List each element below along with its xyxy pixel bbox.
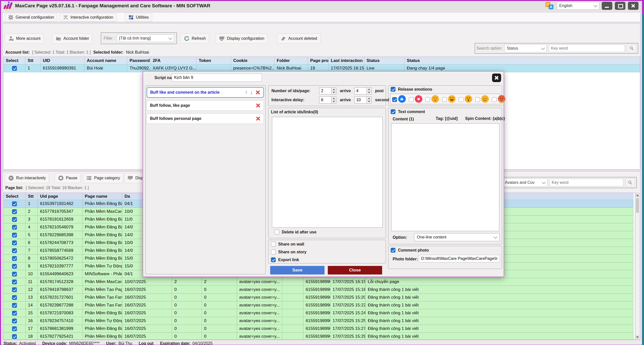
- row-checkbox[interactable]: [12, 217, 17, 222]
- maximize-button[interactable]: [615, 2, 625, 10]
- dialog-close-button[interactable]: [492, 74, 501, 82]
- save-button[interactable]: Save: [270, 266, 325, 274]
- reaction-haha-checkbox[interactable]: [442, 97, 447, 102]
- ids-from-spinner[interactable]: 2: [319, 87, 336, 94]
- text-comment-checkbox[interactable]: [391, 109, 395, 114]
- ids-to-spinner[interactable]: 4: [354, 87, 372, 94]
- column-header[interactable]: Folder: [274, 57, 308, 64]
- account-keyword-input[interactable]: [549, 45, 625, 52]
- reaction-like-checkbox[interactable]: [392, 97, 397, 102]
- share-option-checkbox[interactable]: [271, 257, 276, 262]
- delete-step-button[interactable]: [256, 103, 261, 108]
- page-table-row[interactable]: 1461578239677288Phần Mềm Tạo Fanpage ...…: [4, 301, 633, 309]
- column-header[interactable]: Page name: [83, 193, 122, 200]
- page-table-row[interactable]: 1561578721970083Phần Mềm Đăng Bài Pag...…: [4, 309, 633, 317]
- spin-down[interactable]: [367, 91, 371, 94]
- page-search-option-select[interactable]: Avatars and Cov: [503, 179, 547, 187]
- row-checkbox[interactable]: [12, 248, 17, 253]
- row-checkbox[interactable]: [12, 334, 17, 339]
- row-checkbox[interactable]: [12, 295, 17, 300]
- row-checkbox[interactable]: [12, 201, 17, 206]
- row-checkbox[interactable]: [12, 256, 17, 261]
- delay-from-spinner[interactable]: 6: [319, 96, 336, 104]
- row-checkbox[interactable]: [12, 287, 17, 292]
- row-checkbox[interactable]: [12, 326, 17, 331]
- close-window-button[interactable]: [628, 2, 638, 10]
- more-account-button[interactable]: More account: [5, 33, 44, 44]
- row-checkbox[interactable]: [12, 66, 17, 71]
- page-category-button[interactable]: Page category: [83, 173, 123, 183]
- article-list-textarea[interactable]: [272, 117, 383, 228]
- row-checkbox[interactable]: [12, 240, 17, 245]
- delay-to-spinner[interactable]: 10: [354, 96, 372, 104]
- column-header[interactable]: UID: [41, 57, 85, 64]
- account-search-button[interactable]: [627, 44, 636, 53]
- delete-id-checkbox[interactable]: [274, 230, 279, 234]
- tab-general-configuration[interactable]: General configuration: [5, 13, 57, 22]
- delete-step-button[interactable]: [256, 116, 261, 121]
- page-table-row[interactable]: 1161578174512328Phần Mềm MaxCare - Ph...…: [4, 278, 633, 286]
- row-checkbox[interactable]: [12, 264, 17, 269]
- row-checkbox[interactable]: [12, 319, 17, 323]
- scroll-up-button[interactable]: [635, 193, 639, 197]
- reaction-wow-checkbox[interactable]: [459, 97, 463, 102]
- filter-select[interactable]: [Tất cả tình trạng]: [117, 34, 174, 42]
- script-step-item[interactable]: Buff follows personal page: [147, 113, 264, 124]
- reaction-sad-checkbox[interactable]: [475, 97, 480, 102]
- script-step-item[interactable]: Buff follow, like page: [147, 100, 264, 111]
- column-header[interactable]: Page profile: [308, 57, 329, 64]
- spin-up[interactable]: [332, 88, 336, 91]
- comment-option-select[interactable]: One-line content: [414, 233, 500, 241]
- scroll-down-button[interactable]: [635, 335, 639, 339]
- account-deleted-button[interactable]: Account deleted: [277, 33, 320, 44]
- page-table-row[interactable]: 1761578681381999Phần Mềm Đăng Bài Pag...…: [4, 325, 633, 333]
- column-header[interactable]: Stt: [25, 57, 41, 64]
- release-emotions-checkbox[interactable]: [391, 87, 395, 92]
- scrollbar-thumb[interactable]: [636, 198, 639, 213]
- spin-down[interactable]: [332, 100, 336, 104]
- page-keyword-input[interactable]: [549, 179, 623, 186]
- row-checkbox[interactable]: [12, 303, 17, 308]
- page-table-scrollbar[interactable]: [635, 193, 640, 340]
- column-header[interactable]: Cookie: [231, 57, 274, 64]
- account-folder-button[interactable]: Account folder: [52, 33, 92, 44]
- reaction-love-checkbox[interactable]: [409, 97, 414, 102]
- column-header[interactable]: Status: [364, 57, 405, 64]
- minimize-button[interactable]: [602, 2, 612, 10]
- comment-content-textarea[interactable]: [391, 123, 499, 231]
- delete-step-button[interactable]: [255, 90, 260, 95]
- column-header[interactable]: Last interaction: [329, 57, 364, 64]
- share-option-checkbox[interactable]: [271, 242, 276, 247]
- move-down-button[interactable]: ↓: [250, 90, 253, 95]
- move-up-button[interactable]: ↑: [245, 90, 248, 95]
- spin-up[interactable]: [367, 88, 371, 91]
- spin-up[interactable]: [367, 97, 371, 100]
- column-header[interactable]: Token: [196, 57, 231, 64]
- language-select[interactable]: English: [557, 2, 599, 10]
- comment-photo-checkbox[interactable]: [391, 248, 395, 253]
- page-table-row[interactable]: 1861578277925421Phần Mềm Đăng Bài Pag...…: [4, 333, 633, 340]
- column-header[interactable]: Password: [127, 57, 150, 64]
- column-header[interactable]: Account name: [85, 57, 127, 64]
- column-header[interactable]: Status: [405, 57, 640, 64]
- photo-folder-input[interactable]: [419, 255, 500, 262]
- page-table-row[interactable]: 1261578418798637Phần Mềm Tạo Page Tự ...…: [4, 286, 633, 294]
- reaction-care-checkbox[interactable]: [425, 97, 430, 102]
- spin-up[interactable]: [332, 97, 336, 100]
- spin-down[interactable]: [332, 91, 336, 94]
- column-header[interactable]: Stt: [26, 193, 38, 200]
- refresh-button[interactable]: Refresh: [180, 33, 209, 44]
- column-header[interactable]: Uid page: [38, 193, 83, 200]
- page-table-row[interactable]: 1361578231727601Phần Mềm Tạo Fanpage ...…: [4, 294, 633, 301]
- page-search-button[interactable]: [625, 178, 635, 187]
- reaction-angry-checkbox[interactable]: [492, 97, 497, 102]
- script-name-input[interactable]: [172, 74, 262, 82]
- logout-link[interactable]: Log out: [139, 341, 153, 345]
- spin-down[interactable]: [367, 100, 371, 104]
- row-checkbox[interactable]: [12, 311, 17, 316]
- row-checkbox[interactable]: [12, 233, 17, 237]
- tab-interactive-configuration[interactable]: Interactive configuration: [60, 13, 116, 22]
- row-checkbox[interactable]: [12, 225, 17, 230]
- tab-utilities[interactable]: Utilities: [125, 13, 152, 22]
- column-header[interactable]: 2FA: [150, 57, 196, 64]
